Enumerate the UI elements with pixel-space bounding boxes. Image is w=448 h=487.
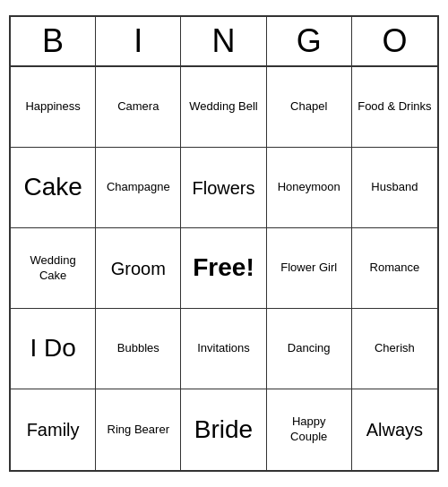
cell-r3-c1: Bubbles bbox=[96, 309, 181, 389]
cell-r0-c2: Wedding Bell bbox=[181, 67, 266, 148]
header-letter-o: O bbox=[352, 17, 437, 65]
cell-r0-c3: Chapel bbox=[267, 67, 352, 148]
cell-r1-c4: Husband bbox=[352, 148, 437, 228]
cell-r2-c0: Wedding Cake bbox=[11, 228, 96, 309]
cell-r4-c4: Always bbox=[352, 389, 437, 470]
cell-r1-c1: Champagne bbox=[96, 148, 181, 228]
cell-r2-c4: Romance bbox=[352, 228, 437, 309]
cell-r1-c0: Cake bbox=[11, 148, 96, 228]
cell-r4-c1: Ring Bearer bbox=[96, 389, 181, 470]
cell-r3-c0: I Do bbox=[11, 309, 96, 389]
header-letter-i: I bbox=[96, 17, 181, 65]
cell-r1-c2: Flowers bbox=[181, 148, 266, 228]
cell-r2-c3: Flower Girl bbox=[267, 228, 352, 309]
cell-r3-c2: Invitations bbox=[181, 309, 266, 389]
header-letter-g: G bbox=[267, 17, 352, 65]
header-letter-b: B bbox=[11, 17, 96, 65]
cell-r0-c0: Happiness bbox=[11, 67, 96, 148]
cell-r4-c3: Happy Couple bbox=[267, 389, 352, 470]
cell-r3-c3: Dancing bbox=[267, 309, 352, 389]
bingo-header: BINGO bbox=[11, 17, 437, 67]
cell-r2-c2: Free! bbox=[181, 228, 266, 309]
cell-r3-c4: Cherish bbox=[352, 309, 437, 389]
bingo-grid: HappinessCameraWedding BellChapelFood & … bbox=[11, 67, 437, 470]
bingo-card: BINGO HappinessCameraWedding BellChapelF… bbox=[9, 15, 439, 472]
header-letter-n: N bbox=[181, 17, 266, 65]
cell-r1-c3: Honeymoon bbox=[267, 148, 352, 228]
cell-r2-c1: Groom bbox=[96, 228, 181, 309]
cell-r0-c4: Food & Drinks bbox=[352, 67, 437, 148]
cell-r4-c0: Family bbox=[11, 389, 96, 470]
cell-r0-c1: Camera bbox=[96, 67, 181, 148]
cell-r4-c2: Bride bbox=[181, 389, 266, 470]
